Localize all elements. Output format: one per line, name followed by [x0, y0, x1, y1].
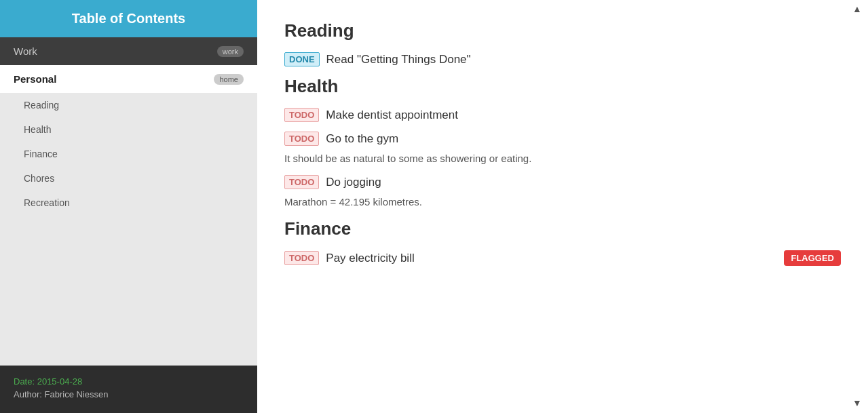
task-row: TODO Go to the gym [284, 132, 841, 146]
sidebar-title: Table of Contents [14, 11, 244, 26]
heading-reading: Reading [284, 20, 841, 41]
badge-todo: TODO [284, 251, 319, 265]
task-text: Do jogging [326, 176, 381, 189]
task-text: Go to the gym [326, 132, 398, 146]
task-note: It should be as natural to some as showe… [284, 153, 841, 164]
task-text: Make dentist appointment [326, 109, 458, 122]
sidebar-item-chores[interactable]: Chores [0, 166, 257, 191]
sidebar-item-reading[interactable]: Reading [0, 93, 257, 117]
task-text: Read "Getting Things Done" [326, 53, 471, 66]
task-row-left: TODO Pay electricity bill [284, 251, 415, 265]
sidebar-section-personal[interactable]: Personal home [0, 65, 257, 93]
badge-done: DONE [284, 52, 320, 66]
sidebar: Table of Contents Work work Personal hom… [0, 0, 257, 413]
task-row-flagged: TODO Pay electricity bill FLAGGED [284, 250, 841, 266]
footer-date: Date: 2015-04-28 [14, 376, 244, 387]
sidebar-item-health[interactable]: Health [0, 117, 257, 142]
task-note: Marathon = 42.195 kilometres. [284, 196, 841, 208]
heading-finance: Finance [284, 218, 841, 239]
badge-todo: TODO [284, 175, 319, 189]
sidebar-section-personal-label: Personal [14, 73, 56, 85]
badge-todo: TODO [284, 108, 319, 122]
sidebar-subitems: Reading Health Finance Chores Recreation [0, 93, 257, 366]
task-row: DONE Read "Getting Things Done" [284, 52, 841, 66]
sidebar-badge-personal: home [214, 74, 244, 85]
badge-todo: TODO [284, 132, 319, 146]
sidebar-item-finance[interactable]: Finance [0, 142, 257, 166]
task-row: TODO Do jogging [284, 175, 841, 189]
sidebar-footer: Date: 2015-04-28 Author: Fabrice Niessen [0, 366, 257, 413]
task-text: Pay electricity bill [326, 252, 414, 265]
sidebar-section-work[interactable]: Work work [0, 37, 257, 65]
scroll-down-arrow[interactable]: ▼ [852, 397, 863, 410]
footer-author: Author: Fabrice Niessen [14, 389, 244, 399]
task-row: TODO Make dentist appointment [284, 108, 841, 122]
sidebar-section-work-label: Work [14, 45, 37, 57]
main-content: Reading DONE Read "Getting Things Done" … [257, 0, 868, 413]
heading-health: Health [284, 76, 841, 97]
scroll-up-arrow[interactable]: ▲ [852, 3, 863, 16]
sidebar-badge-work: work [217, 46, 244, 57]
flagged-badge: FLAGGED [784, 250, 841, 266]
sidebar-header: Table of Contents [0, 0, 257, 37]
sidebar-item-recreation[interactable]: Recreation [0, 191, 257, 215]
